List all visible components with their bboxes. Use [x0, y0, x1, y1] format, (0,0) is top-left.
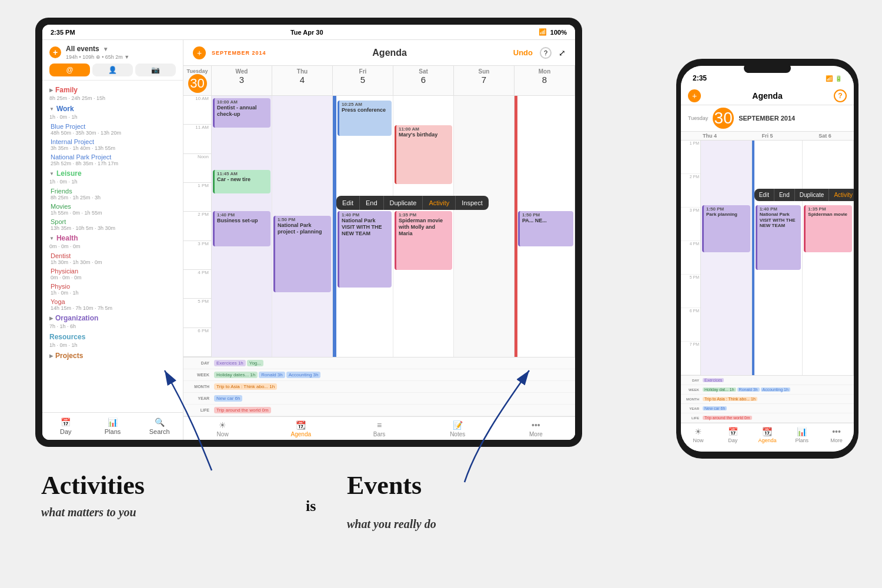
pctx-duplicate-btn[interactable]: Duplicate — [795, 189, 830, 201]
press-conf-event[interactable]: 10:25 AM Press conference — [338, 101, 392, 136]
car-tire-event[interactable]: 11:45 AM Car - new tire — [213, 170, 270, 193]
filter-tab-at[interactable]: @ — [49, 64, 90, 76]
phone-np-visit[interactable]: 1:40 PM National Park VISIT WITH THE NEW… — [756, 205, 801, 270]
sidebar-item-dentist[interactable]: Dentist 1h 30m · 1h 30m · 0m — [42, 251, 183, 266]
phone-exercices[interactable]: Exercices — [703, 378, 724, 382]
leisure-expand-icon[interactable]: ▼ — [49, 171, 54, 176]
organization-label: Organization — [55, 314, 98, 322]
col-header-fri[interactable]: Fri5 — [333, 66, 393, 95]
sidebar-item-friends[interactable]: Friends 8h 25m · 1h 25m · 3h — [42, 186, 183, 202]
phone-accounting[interactable]: Accounting 1h — [761, 387, 790, 392]
ctx-end-btn[interactable]: End — [360, 196, 384, 210]
accounting-event[interactable]: Accounting 3h — [286, 372, 321, 378]
filter-tab-person[interactable]: 👤 — [92, 64, 133, 76]
phone-new-car[interactable]: New car 6h — [703, 406, 727, 410]
phone-trip-asia[interactable]: Trip to Asia : Think abo... 1h — [703, 397, 757, 401]
what-matters-annotation: what matters to you — [41, 506, 136, 519]
col-header-wed[interactable]: Wed3 — [212, 66, 272, 95]
projects-label: Projects — [55, 352, 83, 360]
nav-agenda-btn[interactable]: 📆 Agenda — [262, 420, 340, 437]
phone-allday-week-label: WEEK — [681, 388, 701, 392]
pctx-activity-btn[interactable]: Activity — [829, 189, 854, 201]
sidebar-item-national-park-project[interactable]: National Park Project 25h 52m · 8h 35m ·… — [42, 152, 183, 168]
sidebar-item-blue-project[interactable]: Blue Project 48h 50m · 35h 30m · 13h 20m — [42, 122, 183, 137]
phone-nav-plans[interactable]: 📊 Plans — [784, 427, 819, 443]
phone-nav-now[interactable]: ☀ Now — [681, 427, 716, 443]
sidebar-item-movies[interactable]: Movies 1h 55m · 0m · 1h 55m — [42, 202, 183, 217]
pctx-end-btn[interactable]: End — [774, 189, 795, 201]
phone-agenda-label: Agenda — [758, 437, 776, 443]
agenda-icon: 📆 — [296, 420, 306, 430]
phone-np-planning[interactable]: 1:50 PM Park planning — [702, 205, 750, 252]
sidebar-item-internal-project[interactable]: Internal Project 3h 35m · 1h 40m · 13h 5… — [42, 137, 183, 152]
help-icon[interactable]: ? — [540, 47, 552, 59]
phone-ronald[interactable]: Ronald 3h — [737, 387, 760, 392]
phone-allday-section: DAY Exercices WEEK Holiday dat... 1h Ron… — [681, 375, 854, 423]
resources-label: Resources — [49, 333, 85, 341]
cal-undo-button[interactable]: Undo — [513, 48, 533, 57]
sidebar-item-physio[interactable]: Physio 1h · 0m · 1h — [42, 282, 183, 297]
sidebar-title: All events — [66, 45, 99, 53]
family-expand-icon[interactable]: ▶ — [49, 88, 53, 93]
np-planning-event[interactable]: 1:50 PM National Park project - planning — [273, 216, 331, 292]
phone-nav-agenda[interactable]: 📆 Agenda — [750, 427, 785, 443]
time-11am: 11 AM — [183, 125, 211, 153]
blue-project-name: Blue Project — [51, 123, 175, 130]
ronald-event[interactable]: Ronald 3h — [259, 372, 285, 378]
health-hours: 0m · 0m · 0m — [49, 243, 176, 249]
leisure-label: Leisure — [56, 169, 82, 178]
marys-bday-event[interactable]: 11:00 AM Mary's birthday — [395, 125, 452, 184]
sidebar-item-sport[interactable]: Sport 13h 35m · 10h 5m · 3h 30m — [42, 217, 183, 232]
work-label: Work — [56, 105, 74, 113]
wifi-icon: 📶 — [539, 28, 547, 36]
ctx-inspect-btn[interactable]: Inspect — [456, 196, 488, 210]
dentist-event[interactable]: 10:00 AM Dentist - annual check-up — [213, 98, 270, 128]
family-label: Family — [55, 86, 78, 94]
cal-header-icons: Undo ? ⤢ — [513, 47, 566, 59]
mon-event[interactable]: 1:50 PM PA... NE... — [518, 211, 573, 246]
blue-project-hours: 48h 50m · 35h 30m · 13h 20m — [51, 130, 175, 136]
organization-expand-icon[interactable]: ▶ — [49, 316, 53, 321]
col-header-sat[interactable]: Sat6 — [393, 66, 454, 95]
projects-expand-icon[interactable]: ▶ — [49, 353, 53, 359]
sidebar-day-btn[interactable]: 📅 Day — [42, 417, 89, 435]
time-1pm: 1 PM — [183, 183, 211, 212]
phone-spiderman[interactable]: 1:35 PM Spiderman movie — [804, 205, 852, 252]
phone-allday-month-events: Trip to Asia : Think abo... 1h — [701, 396, 854, 402]
ctx-edit-btn[interactable]: Edit — [336, 196, 360, 210]
phone-help-button[interactable]: ? — [834, 89, 847, 102]
sidebar-add-button[interactable]: + — [49, 46, 61, 58]
internal-project-hours: 3h 35m · 1h 40m · 13h 55m — [51, 145, 175, 151]
pctx-edit-btn[interactable]: Edit — [754, 189, 774, 201]
p-time-7pm: 7 PM — [681, 342, 700, 375]
filter-tab-camera[interactable]: 📷 — [135, 64, 176, 76]
col-header-sun[interactable]: Sun7 — [454, 66, 514, 95]
ctx-activity-btn[interactable]: Activity — [423, 196, 456, 210]
sidebar-item-yoga[interactable]: Yoga 14h 15m · 7h 10m · 7h 5m — [42, 297, 183, 312]
is-label: is — [306, 497, 316, 514]
phone-add-button[interactable]: + — [688, 89, 701, 102]
phone-trip-world[interactable]: Trip around the world 0m — [703, 416, 752, 420]
ctx-duplicate-btn[interactable]: Duplicate — [384, 196, 423, 210]
yoga-event[interactable]: Yog... — [247, 360, 263, 366]
cal-add-button[interactable]: + — [193, 46, 206, 59]
phone-nav-day[interactable]: 📅 Day — [716, 427, 750, 443]
cal-time-grid: 10 AM 11 AM Noon 1 PM 2 PM 3 PM 4 PM 5 P… — [183, 96, 575, 357]
day-col-sun — [454, 96, 514, 357]
phone-allday-year: YEAR New car 6h — [681, 404, 854, 413]
expand-icon[interactable]: ⤢ — [559, 48, 566, 58]
phone-nav-more[interactable]: ••• More — [819, 427, 854, 443]
nav-bars-btn[interactable]: ≡ Bars — [340, 420, 418, 437]
arrow-events — [441, 353, 559, 500]
health-expand-icon[interactable]: ▼ — [49, 236, 54, 241]
sidebar-item-physician[interactable]: Physician 0m · 0m · 0m — [42, 266, 183, 282]
spiderman-event[interactable]: 1:35 PM Spiderman movie with Molly and M… — [395, 211, 452, 270]
phone-holiday-dates[interactable]: Holiday dat... 1h — [703, 387, 736, 392]
business-setup-event[interactable]: 1:40 PM Business set-up — [213, 211, 270, 246]
work-expand-icon[interactable]: ▼ — [49, 106, 54, 112]
col-header-mon[interactable]: Mon8 — [514, 66, 575, 95]
time-labels: 10 AM 11 AM Noon 1 PM 2 PM 3 PM 4 PM 5 P… — [183, 96, 212, 357]
col-header-thu[interactable]: Thu4 — [272, 66, 333, 95]
leisure-hours: 1h · 0m · 1h — [49, 179, 176, 185]
np-visit-event[interactable]: 1:40 PM National Park VISIT WITH THE NEW… — [338, 211, 392, 288]
